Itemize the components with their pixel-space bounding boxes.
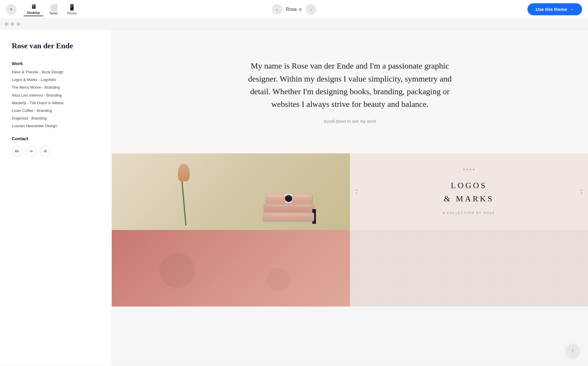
toolbar-right: Use this theme → — [527, 3, 582, 15]
nav-item-7[interactable]: Loavies Newsletter Design — [12, 123, 100, 129]
window-dot-1 — [5, 22, 8, 26]
logos-subtitle: A COLLECTION BY ROSE — [442, 211, 495, 215]
next-button[interactable]: › — [306, 4, 316, 15]
side-dot-1 — [356, 190, 357, 191]
window-dots-bar — [0, 19, 588, 30]
shadow-circle-1 — [159, 253, 195, 288]
logos-side-dots-left — [356, 190, 357, 194]
nav-item-3[interactable]: Aliza Levi Interiors - Branding — [12, 93, 100, 98]
phone-label: Phone — [67, 11, 77, 15]
flower-head — [178, 164, 190, 181]
logos-dot-4 — [473, 169, 474, 170]
toolbar-center: ‹ Rose ∨ › — [272, 4, 316, 15]
nav-section-contact: Contact Be in ◎ — [12, 136, 100, 156]
arrow-up-icon: ↑ — [572, 348, 574, 353]
theme-name-label: Rose — [286, 7, 297, 12]
use-theme-label: Use this theme — [536, 7, 567, 12]
nav-heading-work: Work — [12, 61, 100, 66]
grid-cell-book[interactable] — [112, 153, 350, 230]
logos-title-line1: LOGOS — [451, 181, 487, 190]
device-desktop-button[interactable]: 🖥 Desktop — [24, 2, 43, 16]
tablet-label: Tablet — [49, 11, 58, 15]
toolbar: × 🖥 Desktop ⬜ Tablet 📱 Phone ‹ Rose ∨ — [0, 0, 588, 19]
logos-dot-2 — [467, 169, 468, 170]
nav-item-0[interactable]: Kleur & Theorie - Book Design — [12, 69, 100, 75]
logos-side-dots-right — [581, 190, 582, 194]
grid-cell-texture[interactable] — [350, 230, 588, 307]
prev-icon: ‹ — [276, 7, 278, 12]
toolbar-left: × 🖥 Desktop ⬜ Tablet 📱 Phone — [6, 2, 80, 16]
logos-dot-1 — [463, 169, 465, 170]
site-title: Rose van der Ende — [12, 42, 100, 50]
logos-dot-3 — [470, 169, 471, 170]
social-icons-group: Be in ◎ — [12, 146, 100, 156]
contact-heading: Contact — [12, 136, 100, 141]
device-phone-button[interactable]: 📱 Phone — [64, 3, 80, 16]
nav-item-6[interactable]: Dogwood - Branding — [12, 116, 100, 121]
pink-shadow — [112, 230, 350, 307]
side-dot-2 — [356, 193, 357, 194]
hero-content: My name is Rose van der Ende and I'm a p… — [244, 59, 456, 124]
grid-cell-logos[interactable]: LOGOS & MARKS A COLLECTION BY ROSE — [350, 153, 588, 230]
side-dot-3 — [581, 190, 582, 191]
shadow-circle-2 — [267, 268, 290, 291]
logos-title: LOGOS & MARKS — [442, 179, 495, 206]
nav-section-work: Work Kleur & Theorie - Book Design Logos… — [12, 61, 100, 129]
flower-stem — [181, 178, 186, 226]
tablet-icon: ⬜ — [50, 4, 57, 11]
phone-icon: 📱 — [68, 4, 76, 11]
device-tablet-button[interactable]: ⬜ Tablet — [46, 3, 61, 16]
instagram-icon[interactable]: ◎ — [40, 146, 51, 156]
behance-icon[interactable]: Be — [12, 146, 22, 156]
sidebar: Rose van der Ende Work Kleur & Theorie -… — [0, 30, 112, 366]
window-dot-3 — [16, 22, 20, 26]
book-2 — [264, 204, 314, 212]
nav-item-5[interactable]: Louie Coffee - Branding — [12, 108, 100, 113]
book-stack — [263, 170, 314, 221]
book-circle — [285, 195, 292, 202]
main-preview: My name is Rose van der Ende and I'm a p… — [112, 30, 588, 366]
hero-text: My name is Rose van der Ende and I'm a p… — [244, 59, 456, 111]
chevron-down-icon: ∨ — [299, 6, 302, 12]
book-3 — [263, 213, 314, 221]
hero-scroll-text: Scroll down to see my work — [244, 119, 456, 124]
nav-item-4[interactable]: Masterly - The Dutch in Milano — [12, 100, 100, 106]
use-theme-button[interactable]: Use this theme → — [527, 3, 582, 15]
logos-content: LOGOS & MARKS A COLLECTION BY ROSE — [437, 163, 501, 221]
device-group: 🖥 Desktop ⬜ Tablet 📱 Phone — [24, 2, 80, 16]
nav-item-1[interactable]: Logos & Marks - Logofolio — [12, 77, 100, 82]
grid-cell-pink[interactable] — [112, 230, 350, 307]
logos-dots — [442, 169, 495, 170]
linkedin-icon[interactable]: in — [26, 146, 36, 156]
texture-dots — [350, 230, 588, 307]
book-scene — [112, 153, 350, 230]
prev-button[interactable]: ‹ — [272, 4, 282, 15]
logos-title-line2: & MARKS — [444, 194, 494, 203]
hero-section: My name is Rose van der Ende and I'm a p… — [112, 30, 588, 153]
preview-area: Rose van der Ende Work Kleur & Theorie -… — [0, 30, 588, 366]
close-icon: × — [10, 7, 12, 12]
image-grid: LOGOS & MARKS A COLLECTION BY ROSE — [112, 153, 588, 307]
side-dot-4 — [581, 193, 582, 194]
arrow-right-icon: → — [569, 7, 574, 12]
next-icon: › — [310, 7, 312, 12]
window-dot-2 — [11, 22, 14, 26]
nav-item-2[interactable]: The Merry Moore - Branding — [12, 85, 100, 90]
close-button[interactable]: × — [6, 4, 16, 15]
desktop-label: Desktop — [27, 11, 40, 14]
desktop-icon: 🖥 — [31, 4, 36, 10]
book-1 — [265, 194, 312, 203]
theme-name-dropdown[interactable]: Rose ∨ — [286, 6, 302, 12]
scroll-up-button[interactable]: ↑ — [566, 344, 579, 357]
